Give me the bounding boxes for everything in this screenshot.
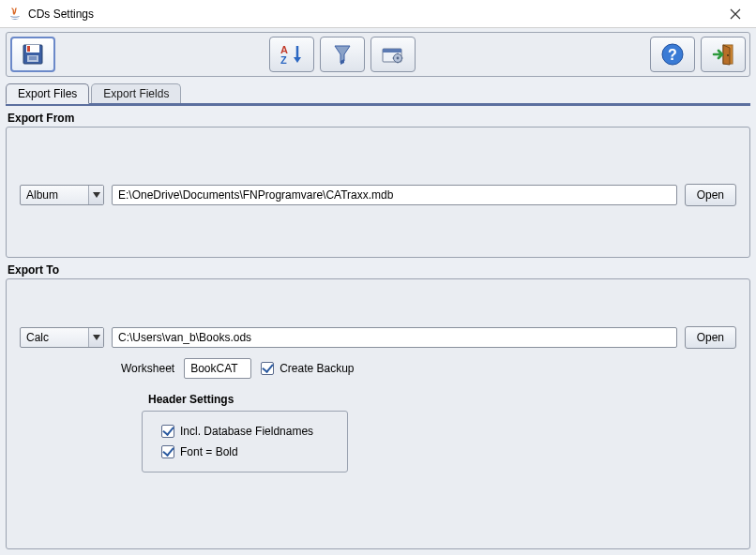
export-to-type-value: Calc bbox=[21, 328, 88, 347]
checkbox-icon bbox=[261, 362, 274, 375]
svg-rect-2 bbox=[27, 46, 30, 52]
help-button[interactable]: ? bbox=[650, 37, 695, 72]
chevron-down-icon[interactable] bbox=[88, 328, 103, 347]
options-button[interactable] bbox=[370, 37, 416, 72]
header-settings-legend: Header Settings bbox=[146, 393, 235, 406]
tabs: Export Files Export Fields bbox=[6, 82, 750, 103]
font-bold-label: Font = Bold bbox=[180, 445, 238, 458]
export-to-open-button[interactable]: Open bbox=[685, 326, 736, 349]
export-from-type-combo[interactable]: Album bbox=[20, 185, 104, 205]
header-settings-group: Header Settings Incl. Database Fieldname… bbox=[142, 411, 348, 472]
tab-export-files[interactable]: Export Files bbox=[6, 83, 89, 104]
worksheet-label: Worksheet bbox=[121, 362, 174, 375]
checkbox-icon bbox=[161, 445, 174, 458]
svg-point-12 bbox=[397, 57, 400, 60]
checkbox-icon bbox=[161, 425, 174, 438]
svg-text:?: ? bbox=[668, 47, 677, 63]
exit-button[interactable] bbox=[701, 37, 746, 72]
export-from-open-button[interactable]: Open bbox=[685, 184, 736, 206]
main-toolbar: A Z bbox=[6, 32, 750, 77]
export-from-type-value: Album bbox=[21, 186, 88, 204]
export-from-path-field[interactable]: E:\OneDrive\Documents\FNProgramvare\CATr… bbox=[112, 185, 677, 205]
incl-fieldnames-checkbox[interactable]: Incl. Database Fieldnames bbox=[161, 425, 328, 438]
create-backup-label: Create Backup bbox=[280, 362, 354, 375]
java-app-icon bbox=[8, 7, 23, 22]
sort-button[interactable]: A Z bbox=[269, 37, 314, 72]
client-area: A Z bbox=[0, 28, 756, 555]
create-backup-checkbox[interactable]: Create Backup bbox=[261, 362, 354, 375]
panel-export-from: Album E:\OneDrive\Documents\FNProgramvar… bbox=[6, 127, 750, 258]
svg-text:Z: Z bbox=[280, 54, 287, 66]
save-button[interactable] bbox=[10, 37, 55, 72]
panel-export-to: Calc C:\Users\van_b\Books.ods Open Works… bbox=[6, 278, 750, 549]
filter-button[interactable] bbox=[320, 37, 365, 72]
export-to-path-field[interactable]: C:\Users\van_b\Books.ods bbox=[112, 327, 677, 348]
section-export-from-label: Export From bbox=[8, 112, 750, 125]
svg-point-22 bbox=[727, 54, 729, 56]
window-title: CDs Settings bbox=[28, 8, 94, 21]
window-close-button[interactable] bbox=[714, 0, 756, 28]
svg-rect-10 bbox=[383, 49, 401, 52]
tab-export-fields[interactable]: Export Fields bbox=[91, 83, 181, 103]
chevron-down-icon[interactable] bbox=[88, 186, 103, 204]
section-export-to-label: Export To bbox=[8, 263, 750, 277]
export-to-type-combo[interactable]: Calc bbox=[20, 327, 104, 348]
worksheet-field[interactable]: BookCAT bbox=[184, 358, 251, 379]
font-bold-checkbox[interactable]: Font = Bold bbox=[161, 445, 328, 458]
window-titlebar: CDs Settings bbox=[0, 0, 756, 28]
incl-fieldnames-label: Incl. Database Fieldnames bbox=[180, 425, 313, 438]
